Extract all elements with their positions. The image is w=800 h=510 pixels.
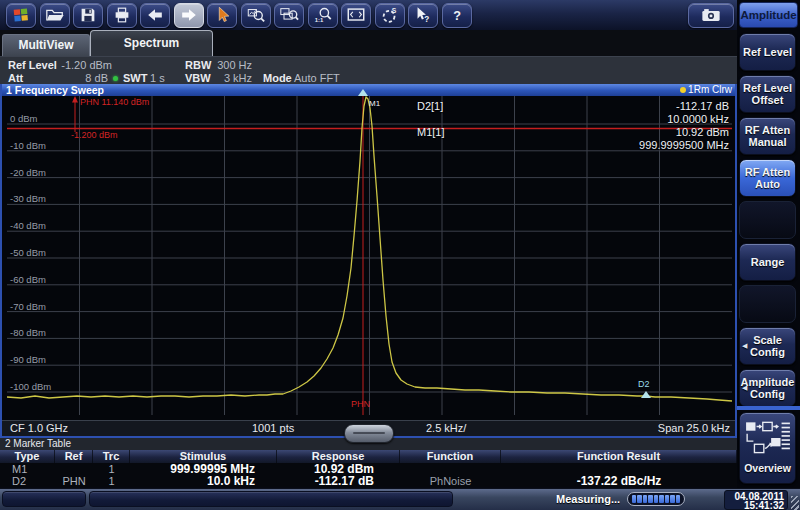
spectrum-plot [7, 96, 732, 415]
mode-value[interactable]: Auto FFT [294, 72, 340, 84]
cell-trc: 1 [93, 475, 130, 487]
softkey-label: Range [751, 256, 785, 268]
y-axis-label: 0 dBm [10, 113, 37, 124]
progress-segment [654, 495, 658, 503]
softkey-rf-atten-manual[interactable]: RF Atten Manual [739, 117, 796, 155]
zoom-off-button[interactable]: 1:1 [308, 3, 338, 28]
smartgrid-button[interactable] [341, 3, 371, 28]
frequency-sweep-window: 1 Frequency Sweep 1Rm Clrw 0 dBm-10 dBm-… [0, 84, 737, 438]
marker-d2-tag: D2 [638, 379, 650, 389]
cell-function [400, 463, 501, 475]
svg-text:?: ? [453, 8, 461, 23]
sequencer-button[interactable]: S [375, 3, 405, 28]
multiple-zoom-button[interactable] [274, 3, 304, 28]
cell-stimulus: 10.0 kHz [130, 475, 277, 487]
softkey-ref-level-offset[interactable]: Ref Level Offset [739, 75, 796, 113]
cursor-help-icon: ? [409, 5, 437, 25]
analyzer-screen: 1:1S?? MultiView Spectrum Ref Level -1.2… [0, 0, 800, 510]
select-mode-button[interactable] [207, 3, 237, 28]
softkey-label: Ref Level Offset [742, 82, 793, 106]
overview-label: Overview [740, 462, 795, 474]
y-axis-label: -80 dBm [10, 327, 46, 338]
cell-function: PhNoise [400, 475, 501, 487]
svg-text:1:1: 1:1 [314, 17, 323, 23]
channel-settings-bar: Ref Level -1.20 dBm RBW 300 Hz Att 8 dB … [0, 56, 737, 85]
vbw-value[interactable]: 3 kHz [212, 72, 252, 84]
column-header-trc: Trc [93, 450, 130, 463]
tab-label: Spectrum [124, 36, 179, 50]
resize-grip-icon [791, 496, 799, 510]
overview-flowchart-icon [744, 442, 792, 459]
ref-level-line-label: -1.200 dBm [71, 130, 118, 140]
screenshot-button[interactable] [688, 3, 734, 28]
marker-d2-symbol[interactable] [641, 391, 651, 398]
tab-label: MultiView [18, 38, 73, 52]
print-button[interactable] [107, 3, 137, 28]
marker-m1-name: M1[1] [417, 126, 445, 139]
ref-level-label: Ref Level [8, 59, 57, 71]
svg-text:S: S [391, 7, 396, 14]
window-title-bar[interactable]: 1 Frequency Sweep 1Rm Clrw [2, 84, 735, 96]
column-header-ref: Ref [55, 450, 93, 463]
windows-start-button[interactable] [6, 3, 36, 28]
spectrum-display[interactable]: 0 dBm-10 dBm-20 dBm-30 dBm-40 dBm-50 dBm… [7, 96, 732, 415]
rbw-value[interactable]: 300 Hz [212, 59, 252, 71]
cell-result: -137.22 dBc/Hz [501, 475, 737, 487]
undo-button[interactable] [140, 3, 170, 28]
ref-level-value[interactable]: -1.20 dBm [58, 59, 112, 71]
folder-icon [41, 5, 69, 25]
floppy-icon [74, 5, 102, 25]
y-axis-label: -20 dBm [10, 167, 46, 178]
softkey-scale-config[interactable]: ◀Scale Config [739, 327, 796, 365]
phn-line-label: PHN [351, 399, 370, 409]
dialog-arrow-icon: ◀ [742, 340, 747, 352]
zoom-multi-icon [275, 5, 303, 25]
redo-button[interactable] [174, 3, 204, 28]
trace-legend[interactable]: 1Rm Clrw [680, 84, 732, 96]
softkey-range[interactable]: Range [739, 243, 796, 281]
help-button[interactable]: ? [442, 3, 472, 28]
mode-label: Mode [263, 72, 292, 84]
printer-icon [108, 5, 136, 25]
cell-response: -112.17 dB [277, 475, 400, 487]
window-splitter-handle[interactable] [344, 424, 394, 443]
sequencer-icon: S [376, 5, 404, 25]
softkey-empty [739, 201, 796, 239]
softkey-ref-level[interactable]: Ref Level [739, 33, 796, 71]
cell-type: D2 [0, 475, 55, 487]
cell-type: M1 [0, 463, 55, 475]
tab-multiview[interactable]: MultiView [2, 34, 90, 56]
tab-spectrum[interactable]: Spectrum [90, 30, 213, 56]
save-button[interactable] [73, 3, 103, 28]
softkey-label: Scale Config [742, 334, 793, 358]
zoom-mode-button[interactable] [241, 3, 271, 28]
swt-value[interactable]: 1 s [150, 72, 165, 84]
marker-d2-value: -112.17 dB [676, 100, 729, 113]
window-title: 1 Frequency Sweep [6, 84, 104, 96]
zoom-1-1-icon: 1:1 [309, 5, 337, 25]
status-bar: Measuring... 04.08.2011 15:41:32 [0, 488, 800, 510]
softkey-empty [739, 285, 796, 323]
marker-table-row-d2[interactable]: D2PHN110.0 kHz-112.17 dBPhNoise-137.22 d… [0, 475, 737, 487]
phn-reference-annotation: PHN 11.140 dBm [80, 97, 149, 107]
windows-icon [7, 5, 35, 25]
marker-m1-symbol[interactable] [358, 89, 368, 96]
marker-table-body: M11999.99995 MHz10.92 dBmD2PHN110.0 kHz-… [0, 463, 737, 487]
progress-segment [648, 495, 652, 503]
att-value[interactable]: 8 dB [58, 72, 108, 84]
zoom-icon [242, 5, 270, 25]
softkey-label: RF Atten Manual [742, 124, 793, 148]
open-file-button[interactable] [40, 3, 70, 28]
dialog-arrow-icon: ◀ [742, 382, 747, 394]
softkey-overview[interactable]: Overview [739, 412, 796, 484]
span-value[interactable]: Span 25.0 kHz [658, 422, 730, 434]
cell-trc: 1 [93, 463, 130, 475]
measurement-progress-bar [627, 492, 685, 506]
center-frequency[interactable]: CF 1.0 GHz [10, 422, 68, 434]
marker-m1-frequency: 999.9999500 MHz [639, 139, 729, 152]
softkey-label: Ref Level [743, 46, 792, 58]
softkey-amplitude-config[interactable]: ◀Amplitude Config [739, 369, 796, 407]
softkey-rf-atten-auto[interactable]: RF Atten Auto [739, 159, 796, 197]
context-help-button[interactable]: ? [408, 3, 438, 28]
cell-ref [55, 463, 93, 475]
